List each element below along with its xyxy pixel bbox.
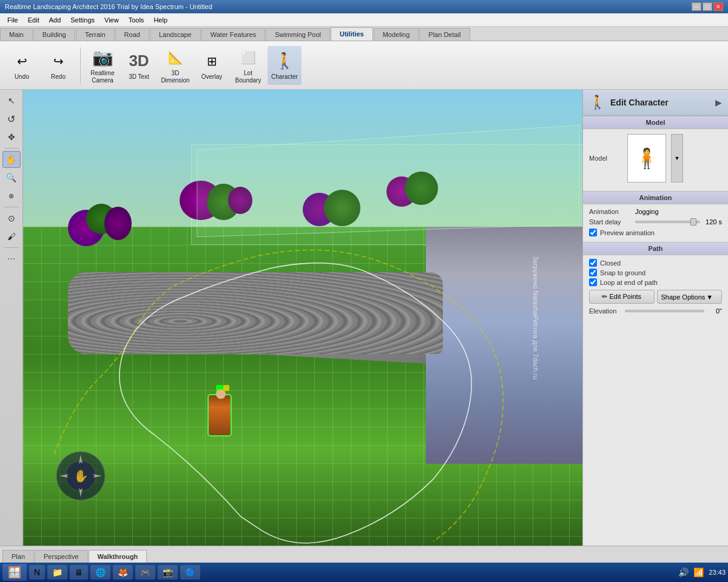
tab-landscape[interactable]: Landscape: [150, 28, 201, 41]
sound-icon[interactable]: 🔊: [678, 567, 689, 577]
model-dropdown[interactable]: ▼: [671, 134, 683, 182]
more-tool[interactable]: ···: [2, 250, 21, 267]
realtime-camera-button[interactable]: 📷 RealtimeCamera: [86, 44, 120, 87]
taskbar-app-8[interactable]: 🔵: [180, 565, 200, 580]
slider-thumb[interactable]: [690, 218, 696, 226]
animation-label: Animation: [589, 208, 632, 215]
tab-walkthrough[interactable]: Walkthrough: [89, 550, 147, 563]
navigation-widget[interactable]: ✋: [53, 449, 108, 503]
lot-label: LotBoundary: [235, 70, 261, 84]
start-button[interactable]: 🪟: [2, 564, 27, 581]
network-icon[interactable]: 📶: [693, 567, 704, 577]
shape-options-button[interactable]: Shape Options ▼: [657, 290, 723, 304]
character-figure[interactable]: [207, 394, 232, 436]
preview-animation-label: Preview animation: [600, 229, 655, 236]
tab-water-features[interactable]: Water Features: [201, 28, 265, 41]
tab-plan[interactable]: Plan: [2, 550, 34, 563]
menu-edit[interactable]: Edit: [23, 15, 44, 25]
redo-icon: ↪: [47, 50, 69, 72]
paint-tool[interactable]: 🖌: [2, 228, 21, 245]
menu-file[interactable]: File: [2, 15, 23, 25]
animation-section-header: Animation: [583, 191, 728, 204]
toolbar-sep-1: [80, 47, 81, 84]
tab-plan-detail[interactable]: Plan Detail: [419, 28, 470, 41]
window-controls[interactable]: ─ □ ✕: [692, 2, 723, 11]
edit-points-label: ✏ Edit Points: [602, 293, 641, 300]
dimension-label: 3DDimension: [161, 70, 189, 84]
right-panel: 🚶 Edit Character ▶ Model Model 🧍 ▼ Anima…: [582, 90, 728, 546]
svg-text:✋: ✋: [73, 469, 89, 483]
menu-add[interactable]: Add: [44, 15, 66, 25]
minimize-button[interactable]: ─: [692, 2, 701, 11]
path-buttons: ✏ Edit Points Shape Options ▼: [589, 290, 722, 304]
snap-to-ground-checkbox[interactable]: [589, 269, 597, 276]
tab-terrain[interactable]: Terrain: [76, 28, 115, 41]
closed-checkbox[interactable]: [589, 259, 597, 267]
orbit-tool[interactable]: ⊙: [2, 210, 21, 227]
taskbar-app-1[interactable]: N: [29, 565, 45, 580]
app-5-icon: 🦊: [118, 567, 128, 577]
tab-swimming-pool[interactable]: Swimming Pool: [266, 28, 330, 41]
preview-animation-checkbox[interactable]: [589, 229, 597, 236]
tab-utilities[interactable]: Utilities: [331, 27, 373, 41]
zoom-region-tool[interactable]: ⊕: [2, 187, 21, 204]
loop-checkbox[interactable]: [589, 278, 597, 286]
character-button[interactable]: 🚶 Character: [268, 46, 302, 85]
taskbar-app-2[interactable]: 📁: [47, 565, 67, 580]
zoom-tool[interactable]: 🔍: [2, 169, 21, 186]
overlay-button[interactable]: ⊞ Overlay: [195, 46, 229, 85]
model-section: Model 🧍 ▼: [583, 129, 728, 191]
menu-help[interactable]: Help: [149, 15, 172, 25]
tab-building[interactable]: Building: [33, 28, 75, 41]
edit-points-button[interactable]: ✏ Edit Points: [589, 290, 655, 304]
start-delay-slider[interactable]: [635, 221, 700, 223]
lot-boundary-button[interactable]: ⬜ LotBoundary: [231, 44, 265, 87]
character-label: Character: [271, 73, 298, 81]
app-7-icon: 📸: [163, 567, 173, 577]
taskbar-app-7[interactable]: 📸: [158, 565, 178, 580]
taskbar: 🪟 N 📁 🖥 🌐 🦊 🎮 📸 🔵 🔊 📶 23:43: [0, 563, 728, 582]
taskbar-app-4[interactable]: 🌐: [90, 565, 110, 580]
app-title: Realtime Landscaping Architect 2016 Tria…: [5, 3, 212, 10]
pan-tool[interactable]: ✋: [2, 151, 21, 168]
taskbar-app-5[interactable]: 🦊: [113, 565, 133, 580]
panel-title: Edit Character: [610, 98, 669, 107]
elevation-slider[interactable]: [625, 310, 704, 312]
redo-label: Redo: [51, 73, 66, 81]
start-delay-slider-container[interactable]: [635, 221, 700, 223]
redo-button[interactable]: ↪ Redo: [41, 46, 75, 85]
model-preview-icon: 🧍: [635, 147, 659, 170]
3d-dimension-button[interactable]: 📐 3DDimension: [158, 44, 192, 87]
bush-group-2: [180, 181, 252, 235]
select-tool[interactable]: ↖: [2, 92, 21, 109]
panel-header: 🚶 Edit Character ▶: [583, 90, 728, 116]
character-body: [207, 394, 232, 436]
app-4-icon: 🌐: [95, 567, 106, 577]
text-3d-icon: 3D: [128, 50, 150, 72]
tab-road[interactable]: Road: [115, 28, 149, 41]
menu-view[interactable]: View: [99, 15, 124, 25]
tool-divider-2: [4, 207, 19, 207]
undo-tool[interactable]: ↺: [2, 110, 21, 127]
maximize-button[interactable]: □: [703, 2, 712, 11]
camera-icon: 📷: [92, 47, 113, 69]
closed-row: Closed: [589, 259, 722, 267]
viewport[interactable]: ✋ Загружено NatashaPetrova для 7dach.ru: [23, 90, 582, 546]
taskbar-app-3[interactable]: 🖥: [70, 565, 88, 580]
model-preview: 🧍: [627, 134, 666, 182]
close-button[interactable]: ✕: [713, 2, 723, 11]
undo-button[interactable]: ↩ Undo: [5, 46, 39, 85]
closed-label: Closed: [600, 259, 621, 267]
tab-modeling[interactable]: Modeling: [374, 28, 419, 41]
app-2-icon: 📁: [52, 567, 62, 577]
menu-tools[interactable]: Tools: [124, 15, 149, 25]
lot-icon: ⬜: [237, 47, 259, 69]
tab-main[interactable]: Main: [0, 28, 33, 41]
3d-text-button[interactable]: 3D 3D Text: [122, 46, 156, 85]
animation-value: Jogging: [635, 208, 659, 215]
panel-close-button[interactable]: ▶: [715, 98, 722, 107]
move-tool[interactable]: ✥: [2, 129, 21, 146]
menu-settings[interactable]: Settings: [66, 15, 99, 25]
taskbar-app-6[interactable]: 🎮: [135, 565, 155, 580]
tab-perspective[interactable]: Perspective: [35, 550, 87, 563]
